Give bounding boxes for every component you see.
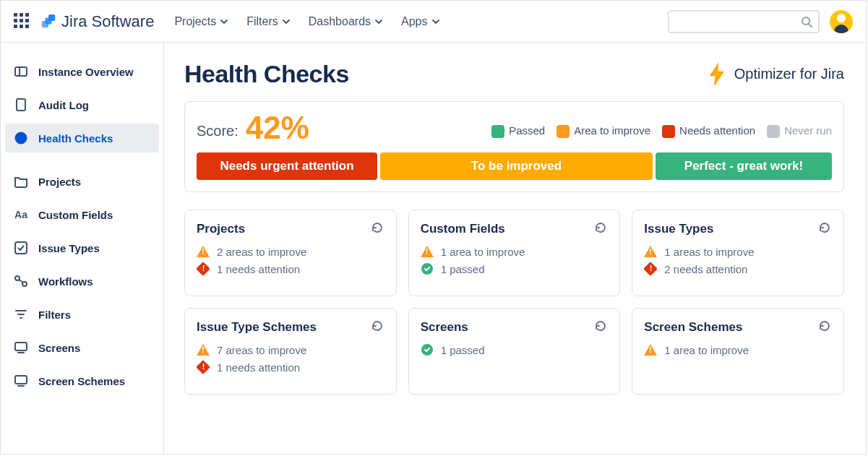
svg-rect-15 [15,343,27,350]
sidebar-item-audit-log[interactable]: Audit Log [5,90,159,119]
refresh-icon[interactable] [370,319,384,336]
card-screen-schemes[interactable]: Screen Schemes 1 area to improve [632,308,844,395]
sidebar-item-label: Instance Overview [38,66,134,78]
top-nav: Jira Software Projects Filters Dashboard… [1,1,866,43]
card-issue-types[interactable]: Issue Types 1 areas to improve 2 needs a… [632,210,844,296]
sidebar-item-label: Workflows [38,275,93,288]
sidebar-item-label: Filters [38,309,71,321]
svg-rect-5 [15,67,27,76]
refresh-icon[interactable] [593,220,608,238]
card-custom-fields[interactable]: Custom Fields 1 area to improve 1 passed [408,210,621,296]
sidebar-item-label: Audit Log [38,99,89,111]
bolt-icon [704,61,730,87]
warning-icon [644,343,657,356]
legend-never: Never run [767,124,832,138]
warning-icon [197,343,210,356]
brand[interactable]: Jira Software [41,12,154,31]
score-value: 42% [246,112,309,144]
sidebar-item-issue-types[interactable]: Issue Types [5,233,159,262]
card-issue-type-schemes[interactable]: Issue Type Schemes 7 areas to improve 1 … [184,308,397,395]
stat-text: 1 areas to improve [664,246,754,258]
sidebar-item-health-checks[interactable]: Health Checks [5,124,159,152]
optimizer-brand: Optimizer for Jira [704,61,844,87]
sidebar-item-label: Health Checks [38,132,113,145]
optimizer-text: Optimizer for Jira [734,66,844,82]
score-bar-red: Needs urgent attention [197,152,377,180]
nav-item-projects[interactable]: Projects [174,15,228,28]
warning-icon [197,245,210,258]
chevron-down-icon [283,18,290,25]
refresh-icon[interactable] [370,220,384,238]
svg-line-4 [809,24,812,27]
svg-rect-7 [17,99,25,111]
svg-rect-2 [42,21,48,27]
overview-icon [14,64,28,79]
check-icon [421,262,434,275]
chevron-down-icon [375,18,382,25]
refresh-icon[interactable] [817,319,832,336]
refresh-icon[interactable] [593,319,608,336]
legend-passed: Passed [491,124,545,138]
card-title: Issue Type Schemes [197,320,317,335]
nav-item-filters[interactable]: Filters [246,15,290,28]
card-title: Screens [421,320,468,335]
alert-icon [197,262,210,275]
folder-icon [14,174,28,189]
legend-attention: Needs attention [662,124,755,138]
stat-text: 2 needs attention [664,263,747,275]
main-content: Health Checks Optimizer for Jira Score: … [164,43,866,454]
score-bar-green: Perfect - great work! [656,152,832,180]
app-switcher-icon[interactable] [14,13,31,30]
page-title: Health Checks [184,60,349,88]
sidebar-item-label: Screen Schemes [38,375,125,387]
sidebar-item-label: Issue Types [38,242,100,254]
workflow-icon [14,274,28,288]
search-input[interactable] [668,10,820,33]
stat-text: 1 area to improve [664,344,749,356]
stat-text: 1 passed [441,263,485,275]
sidebar: Instance Overview Audit Log Health Check… [1,43,164,454]
check-icon [421,343,434,356]
avatar[interactable] [830,10,853,33]
alert-icon [197,361,210,374]
search-icon [801,16,812,27]
brand-text: Jira Software [61,12,154,31]
refresh-icon[interactable] [817,220,832,238]
chevron-down-icon [432,18,439,25]
checkbox-icon [14,241,28,255]
sidebar-item-workflows[interactable]: Workflows [5,267,159,296]
svg-rect-9 [15,242,27,254]
text-icon: Aa [14,207,28,222]
card-screens[interactable]: Screens 1 passed [408,308,621,395]
score-bar-orange: To be improved [380,152,653,180]
document-icon [14,98,28,112]
sidebar-item-filters[interactable]: Filters [5,300,159,329]
sidebar-item-screens[interactable]: Screens [5,333,159,362]
svg-rect-17 [15,376,27,384]
score-label: Score: [197,123,239,144]
screen-icon [14,374,28,388]
warning-icon [421,245,434,258]
nav-label: Apps [401,15,427,28]
stat-text: 1 needs attention [217,361,300,374]
sidebar-item-label: Projects [38,176,81,188]
card-title: Custom Fields [421,222,505,236]
nav-label: Filters [246,15,278,28]
filter-icon [14,307,28,322]
card-projects[interactable]: Projects 2 areas to improve 1 needs atte… [184,210,397,296]
nav-item-dashboards[interactable]: Dashboards [309,15,382,28]
stat-text: 2 areas to improve [217,246,306,258]
card-title: Issue Types [644,222,713,236]
sidebar-item-instance-overview[interactable]: Instance Overview [5,57,159,86]
warning-icon [644,245,657,258]
sidebar-item-screen-schemes[interactable]: Screen Schemes [5,366,159,395]
card-title: Screen Schemes [644,320,742,335]
legend-improve: Area to improve [557,124,650,138]
alert-icon [644,262,657,275]
card-title: Projects [197,222,245,236]
stat-text: 7 areas to improve [217,344,306,356]
nav-label: Dashboards [309,15,371,28]
sidebar-item-custom-fields[interactable]: Aa Custom Fields [5,200,159,229]
nav-item-apps[interactable]: Apps [401,15,439,28]
sidebar-item-projects[interactable]: Projects [5,167,159,196]
